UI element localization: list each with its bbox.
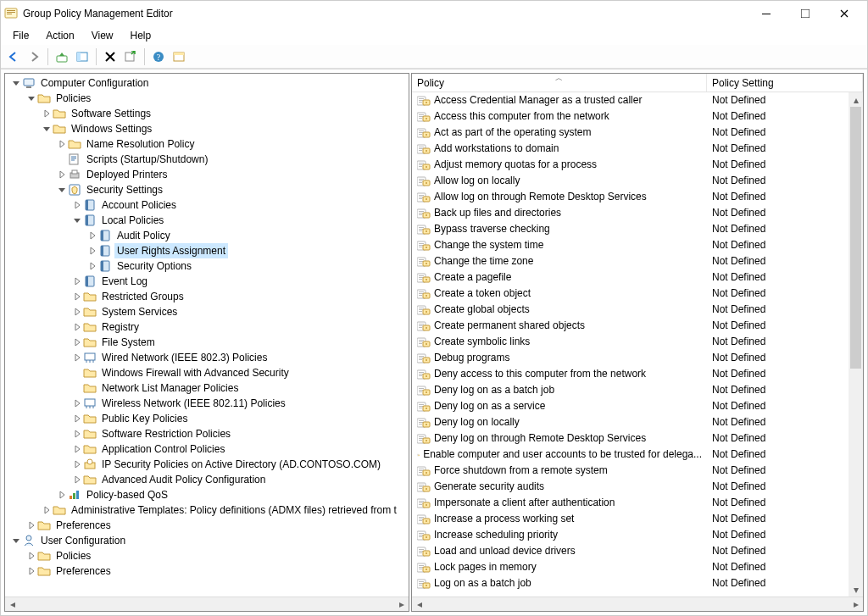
policy-row[interactable]: Back up files and directoriesNot Defined [412, 205, 863, 221]
close-button[interactable] [825, 1, 864, 26]
expander-icon[interactable] [41, 108, 53, 119]
policy-row[interactable]: Log on as a batch jobNot Defined [412, 575, 863, 591]
menu-file[interactable]: File [6, 28, 36, 43]
policy-row[interactable]: Adjust memory quotas for a processNot De… [412, 157, 863, 173]
toolbar-delete-button[interactable] [101, 47, 120, 66]
tree-item[interactable]: Preferences [7, 518, 409, 533]
policy-row[interactable]: Change the time zoneNot Defined [412, 253, 863, 269]
policy-row[interactable]: Impersonate a client after authenticatio… [412, 495, 863, 511]
menu-view[interactable]: View [85, 28, 120, 43]
policy-row[interactable]: Create global objectsNot Defined [412, 302, 863, 318]
tree-hscroll[interactable]: ◂ ▸ [5, 597, 409, 611]
policy-row[interactable]: Lock pages in memoryNot Defined [412, 559, 863, 575]
tree-item[interactable]: Windows Firewall with Advanced Security [7, 365, 409, 380]
menu-help[interactable]: Help [124, 28, 159, 43]
tree-item[interactable]: Registry [7, 319, 409, 335]
toolbar-show-hide-button[interactable] [73, 47, 92, 66]
policy-row[interactable]: Deny log on locallyNot Defined [412, 414, 863, 430]
scroll-left-icon[interactable]: ◂ [412, 597, 426, 612]
expander-icon[interactable] [71, 199, 83, 211]
policy-row[interactable]: Load and unload device driversNot Define… [412, 543, 863, 559]
tree-item[interactable]: Security Settings [7, 182, 409, 197]
tree-item[interactable]: Application Control Policies [7, 441, 409, 457]
expander-icon[interactable] [71, 275, 83, 287]
policy-row[interactable]: Deny log on as a batch jobNot Defined [412, 382, 863, 398]
policy-row[interactable]: Deny access to this computer from the ne… [412, 366, 863, 382]
tree-item[interactable]: Software Settings [7, 106, 409, 121]
tree-item[interactable]: Computer Configuration [7, 75, 409, 91]
tree-item[interactable]: Policies [7, 91, 409, 106]
expander-icon[interactable] [41, 504, 53, 516]
tree-item[interactable]: Local Policies [7, 213, 409, 228]
tree-item[interactable]: Restricted Groups [7, 289, 409, 304]
policy-row[interactable]: Change the system timeNot Defined [412, 237, 863, 253]
tree[interactable]: Computer ConfigurationPoliciesSoftware S… [5, 74, 409, 597]
expander-icon[interactable] [10, 77, 22, 89]
policy-row[interactable]: Deny log on through Remote Desktop Servi… [412, 430, 863, 447]
expander-icon[interactable] [86, 230, 98, 241]
expander-icon[interactable] [41, 123, 53, 135]
policy-row[interactable]: Create permanent shared objectsNot Defin… [412, 318, 863, 334]
scroll-up-icon[interactable]: ▴ [849, 92, 863, 107]
tree-item[interactable]: Wireless Network (IEEE 802.11) Policies [7, 396, 409, 411]
policy-row[interactable]: Add workstations to domainNot Defined [412, 141, 863, 157]
scroll-left-icon[interactable]: ◂ [5, 597, 19, 612]
toolbar-help-button[interactable]: ? [149, 47, 168, 66]
policy-row[interactable]: Increase scheduling priorityNot Defined [412, 527, 863, 543]
expander-icon[interactable] [71, 474, 83, 486]
policy-row[interactable]: Access this computer from the networkNot… [412, 108, 863, 125]
expander-icon[interactable] [71, 428, 83, 440]
policy-row[interactable]: Create a pagefileNot Defined [412, 269, 863, 286]
scroll-right-icon[interactable]: ▸ [394, 597, 409, 612]
expander-icon[interactable] [56, 138, 68, 150]
policy-row[interactable]: Access Credential Manager as a trusted c… [412, 92, 863, 108]
policy-row[interactable]: Force shutdown from a remote systemNot D… [412, 463, 863, 479]
tree-item[interactable]: Public Key Policies [7, 411, 409, 426]
tree-item[interactable]: Preferences [7, 563, 409, 579]
toolbar-up-button[interactable] [53, 47, 71, 66]
expander-icon[interactable] [71, 321, 83, 333]
tree-item[interactable]: Policies [7, 548, 409, 563]
expander-icon[interactable] [71, 352, 83, 363]
tree-item[interactable]: Software Restriction Policies [7, 426, 409, 441]
tree-item[interactable]: Windows Settings [7, 121, 409, 136]
tree-item[interactable]: Policy-based QoS [7, 487, 409, 502]
tree-item[interactable]: Account Policies [7, 197, 409, 213]
expander-icon[interactable] [25, 519, 37, 531]
toolbar-forward-button[interactable] [25, 47, 43, 66]
expander-icon[interactable] [71, 458, 83, 470]
tree-item[interactable]: Audit Policy [7, 228, 409, 243]
minimize-button[interactable] [747, 1, 786, 26]
policy-row[interactable]: Allow log on through Remote Desktop Serv… [412, 189, 863, 205]
expander-icon[interactable] [71, 291, 83, 302]
tree-item[interactable]: IP Security Policies on Active Directory… [7, 457, 409, 472]
policy-row[interactable]: Generate security auditsNot Defined [412, 479, 863, 495]
policy-row[interactable]: Increase a process working setNot Define… [412, 511, 863, 527]
list-hscroll[interactable]: ◂ ▸ [412, 597, 863, 611]
expander-icon[interactable] [25, 550, 37, 562]
toolbar-export-button[interactable] [121, 47, 140, 66]
policy-row[interactable]: Create symbolic linksNot Defined [412, 334, 863, 350]
expander-icon[interactable] [86, 245, 98, 257]
tree-item[interactable]: Deployed Printers [7, 167, 409, 182]
maximize-button[interactable] [786, 1, 825, 26]
menu-action[interactable]: Action [39, 28, 81, 43]
tree-item[interactable]: Wired Network (IEEE 802.3) Policies [7, 350, 409, 365]
tree-item[interactable]: File System [7, 335, 409, 350]
policy-row[interactable]: Enable computer and user accounts to be … [412, 447, 863, 463]
expander-icon[interactable] [71, 443, 83, 455]
expander-icon[interactable] [86, 260, 98, 272]
column-policy[interactable]: Policy ︿ [412, 74, 707, 92]
expander-icon[interactable] [10, 535, 22, 547]
tree-item[interactable]: System Services [7, 304, 409, 319]
expander-icon[interactable] [71, 214, 83, 226]
policy-row[interactable]: Allow log on locallyNot Defined [412, 173, 863, 189]
tree-item[interactable]: User Configuration [7, 533, 409, 548]
policy-row[interactable]: Bypass traverse checkingNot Defined [412, 221, 863, 237]
expander-icon[interactable] [71, 336, 83, 348]
tree-item[interactable]: Advanced Audit Policy Configuration [7, 472, 409, 487]
tree-item[interactable]: Security Options [7, 258, 409, 274]
policy-row[interactable]: Debug programsNot Defined [412, 350, 863, 366]
expander-icon[interactable] [25, 92, 37, 104]
policy-row[interactable]: Deny log on as a serviceNot Defined [412, 398, 863, 414]
